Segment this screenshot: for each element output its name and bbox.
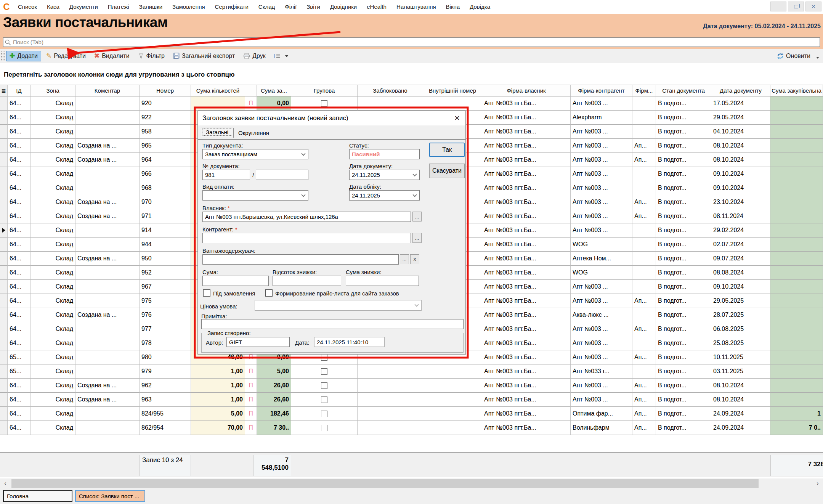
doc-date-select[interactable]: 24.11.2025 <box>349 170 420 180</box>
minimize-button[interactable]: – <box>770 2 786 11</box>
owner-input[interactable]: Апт №003 пгт.Барышевка, ул.Киевский шлях… <box>202 212 411 222</box>
menu-item[interactable]: Вікна <box>441 0 465 14</box>
under-order-checkbox[interactable] <box>203 289 210 297</box>
menu-item[interactable]: Документи <box>64 0 103 14</box>
column-header-intnum[interactable]: Внутрішній номер <box>423 85 482 96</box>
menu-item[interactable]: Склад <box>253 0 280 14</box>
edit-button[interactable]: ✎ Редагувати <box>43 51 89 61</box>
group-checkbox[interactable] <box>321 368 327 375</box>
doc-number-suffix-input[interactable] <box>256 170 308 180</box>
export-button[interactable]: Загальний експорт <box>170 51 238 61</box>
search-input[interactable]: Поиск (Tab) <box>3 37 820 47</box>
summary-strip: Запис 10 з 24 7 548,5100 7 328 <box>0 452 823 477</box>
menu-item[interactable]: Замовлення <box>167 0 210 14</box>
menu-item[interactable]: Довідники <box>325 0 362 14</box>
payment-type-select[interactable] <box>202 190 308 201</box>
table-row[interactable]: 64...СкладСоздана на ...9631,00П26,60Апт… <box>0 393 823 407</box>
cell-num: 920 <box>140 96 191 111</box>
column-header-sum[interactable]: Сума за... <box>257 85 291 96</box>
group-checkbox[interactable] <box>321 382 327 389</box>
column-header-state[interactable]: Стан документа <box>656 85 711 96</box>
column-header-grp[interactable]: Групова <box>291 85 358 96</box>
tab-rounding[interactable]: Округлення <box>233 128 274 138</box>
consignee-input[interactable] <box>202 254 399 265</box>
menu-item[interactable]: eHealth <box>362 0 391 14</box>
menu-item[interactable]: Налаштування <box>391 0 441 14</box>
table-row[interactable]: 64...Склад862/95470,00П7 30..Апт №003 пг… <box>0 421 823 435</box>
contragent-input[interactable] <box>202 233 411 243</box>
dialog-close-icon[interactable]: ✕ <box>452 113 462 123</box>
group-checkbox[interactable] <box>321 354 327 361</box>
menu-item[interactable]: Довідка <box>465 0 495 14</box>
column-header-owner[interactable]: Фірма-власник <box>482 85 571 96</box>
column-header-purch[interactable]: Сума закупівельна <box>770 85 823 96</box>
cell-firm: Ап... <box>632 153 656 167</box>
note-input[interactable] <box>201 319 464 329</box>
add-button[interactable]: ✚ Додати <box>6 51 41 61</box>
consignee-clear-button[interactable]: X <box>410 254 419 264</box>
menu-item[interactable]: Звіти <box>302 0 325 14</box>
cell-date: 24.09.2024 <box>711 407 770 421</box>
cell-sum: 182,46 <box>257 407 291 421</box>
restore-button[interactable] <box>788 2 804 11</box>
consignee-browse-button[interactable]: ... <box>400 254 409 264</box>
delete-button[interactable]: ✖ Видалити <box>91 51 133 61</box>
group-checkbox[interactable] <box>321 425 327 431</box>
column-header-blocked[interactable]: Заблоковано <box>358 85 423 96</box>
table-row[interactable]: 64...СкладСоздана на ...9621,00П26,60Апт… <box>0 379 823 393</box>
column-header-num[interactable]: Номер <box>140 85 191 96</box>
menu-item[interactable]: Платежі <box>103 0 134 14</box>
owner-browse-button[interactable]: ... <box>412 212 422 222</box>
cell-comment <box>75 322 140 336</box>
print-button[interactable]: Друк <box>240 51 269 61</box>
price-condition-select[interactable] <box>255 300 422 311</box>
scrollbar-thumb[interactable] <box>11 479 759 488</box>
column-header-id[interactable]: ІД <box>8 85 30 96</box>
cell-id: 64... <box>8 252 30 266</box>
taskbar-list-tab[interactable]: Список: Заявки пост ... <box>75 490 145 502</box>
view-options-button[interactable] <box>271 51 292 61</box>
column-header-date[interactable]: Дата документу <box>711 85 770 96</box>
column-header-qty[interactable]: Сума кількостей <box>191 85 245 96</box>
account-date-select[interactable]: 24.11.2025 <box>349 190 420 201</box>
menu-item[interactable]: Залишки <box>134 0 168 14</box>
menu-item[interactable]: Каса <box>42 0 64 14</box>
column-header-contr[interactable]: Фірма-контрагент <box>571 85 632 96</box>
doc-type-select[interactable]: Заказ поставщикам <box>202 149 308 159</box>
menu-item[interactable]: Список <box>13 0 42 14</box>
scroll-right-arrow[interactable]: › <box>812 478 823 488</box>
discount-pct-input[interactable] <box>273 276 341 286</box>
menu-item[interactable]: Сертифікати <box>210 0 253 14</box>
group-checkbox[interactable] <box>321 396 327 403</box>
close-button[interactable]: ✕ <box>805 2 821 11</box>
group-checkbox[interactable] <box>321 100 327 107</box>
taskbar-home-button[interactable]: Головна <box>3 490 72 502</box>
ok-button[interactable]: Так <box>429 143 465 157</box>
toolbar-grip[interactable] <box>1 51 5 61</box>
column-header-p[interactable] <box>245 85 257 96</box>
cancel-button[interactable]: Скасувати <box>429 164 465 178</box>
column-header-zone[interactable]: Зона <box>30 85 75 96</box>
menu-item[interactable]: Філії <box>280 0 302 14</box>
column-header-comment[interactable]: Коментар <box>75 85 140 96</box>
column-header-firm[interactable]: Фірм... <box>632 85 656 96</box>
table-row[interactable]: 64...Склад824/9555,00П182,46Апт №003 пгт… <box>0 407 823 421</box>
horizontal-scrollbar[interactable]: ‹ › <box>0 478 823 488</box>
contragent-browse-button[interactable]: ... <box>412 233 422 243</box>
owner-label: Власник:* <box>202 205 230 211</box>
cell-qty: 1,00 <box>191 393 245 407</box>
scroll-left-arrow[interactable]: ‹ <box>0 478 11 488</box>
table-row[interactable]: 64...Склад920П0,00Апт №003 пгт.Ба...Апт … <box>0 96 823 111</box>
doc-number-input[interactable]: 981 <box>202 170 250 180</box>
refresh-button[interactable]: Оновити <box>773 51 814 61</box>
cell-sum: 7 30.. <box>257 421 291 435</box>
tab-general[interactable]: Загальні <box>201 127 233 137</box>
filter-button[interactable]: Фільтр <box>135 51 168 61</box>
pricelist-checkbox[interactable] <box>265 289 273 297</box>
cell-contr: Аптека Ном... <box>571 252 632 266</box>
sum-input[interactable] <box>202 276 269 286</box>
group-checkbox[interactable] <box>321 411 327 417</box>
refresh-caret-icon[interactable] <box>816 57 819 59</box>
table-row[interactable]: 65...Склад9791,00П5,00Апт №003 пгт.Ба...… <box>0 364 823 379</box>
discount-sum-input[interactable] <box>346 276 419 286</box>
